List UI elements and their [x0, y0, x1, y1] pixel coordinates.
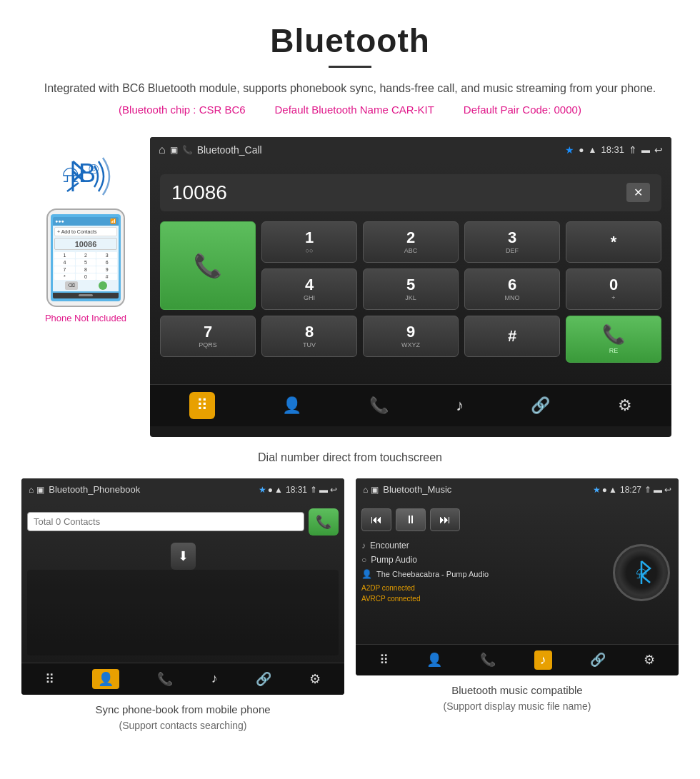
- spec-code: Default Pair Code: 0000): [464, 104, 581, 116]
- bottom-screenshots: ⌂ ▣ Bluetooth_Phonebook ★ ● ▲ 18:31 ⇑ ▬ …: [0, 478, 700, 734]
- redial-button[interactable]: 📞 RE: [566, 316, 661, 363]
- phone-not-included-label: Phone Not Included: [45, 313, 126, 323]
- dial-clock: 18:31: [601, 144, 624, 155]
- pb-time: 18:31: [286, 485, 307, 495]
- music-nav-contacts[interactable]: 👤: [426, 652, 442, 668]
- nav-settings[interactable]: ⚙: [618, 396, 632, 415]
- pb-expand-icon: ⇑: [310, 485, 317, 495]
- pb-body: 📞 ⬇: [21, 501, 344, 663]
- music-prev-button[interactable]: ⏮: [361, 508, 391, 531]
- bt-status-icon: ★: [565, 144, 574, 156]
- music-nav-music[interactable]: ♪: [534, 650, 552, 670]
- music-time: 18:27: [620, 485, 641, 495]
- phone-key-7: 7: [54, 266, 75, 273]
- key-0[interactable]: 0 +: [566, 268, 661, 310]
- nav-phone[interactable]: 📞: [369, 396, 389, 415]
- pb-search-row: 📞: [27, 508, 339, 536]
- phone-bottom-bar: ⌫: [54, 281, 117, 290]
- pb-nav-music[interactable]: ♪: [211, 671, 218, 686]
- contacts-icon: 👤: [282, 396, 301, 415]
- key-7[interactable]: 7 PQRS: [160, 316, 256, 357]
- phone-key-8: 8: [76, 266, 96, 273]
- dial-input-row: 10086 ✕: [160, 174, 661, 211]
- music-card: ⌂ ▣ Bluetooth_Music ★ ● ▲ 18:27 ⇑ ▬ ↩ ⏮ …: [356, 478, 679, 734]
- key-star[interactable]: *: [566, 221, 661, 263]
- phone-key-1: 1: [54, 252, 75, 258]
- nav-dialpad[interactable]: ⠿: [189, 392, 215, 419]
- track2-icon: ○: [361, 555, 366, 565]
- page-specs: (Bluetooth chip : CSR BC6 Default Blueto…: [43, 104, 657, 116]
- pb-statusbar: ⌂ ▣ Bluetooth_Phonebook ★ ● ▲ 18:31 ⇑ ▬ …: [21, 478, 344, 501]
- redial-icon: 📞: [602, 323, 625, 346]
- phone-display-number: 10086: [75, 240, 97, 248]
- track2-label: Pump Audio: [371, 555, 417, 565]
- pb-nav-phone[interactable]: 📞: [157, 671, 173, 687]
- music-nav-link[interactable]: 🔗: [590, 652, 606, 668]
- music-caption: Bluetooth music compatible (Support disp…: [356, 683, 679, 715]
- phone-keypad: 1 2 3 4 5 6 7 8 9 * 0 #: [54, 252, 117, 280]
- pb-call-button[interactable]: 📞: [309, 508, 339, 536]
- key-6[interactable]: 6 MNO: [464, 268, 560, 310]
- phone-mockup: ●●●📶 + Add to Contacts 10086 1 2 3 4 5 6…: [46, 208, 125, 307]
- music-nav-dialpad[interactable]: ⠿: [379, 652, 389, 668]
- nav-contacts[interactable]: 👤: [282, 396, 301, 415]
- pb-search-input[interactable]: [27, 512, 304, 531]
- home-icon: ⌂: [159, 144, 166, 156]
- key-4[interactable]: 4 GHI: [261, 268, 357, 310]
- music-app-title: Bluetooth_Music: [383, 484, 593, 495]
- pb-download-button[interactable]: ⬇: [171, 543, 196, 570]
- pb-back-icon: ↩: [330, 485, 337, 495]
- pb-app-title: Bluetooth_Phonebook: [49, 484, 259, 495]
- call-button[interactable]: 📞: [160, 221, 256, 310]
- key-5[interactable]: 5 JKL: [363, 268, 459, 310]
- key-9[interactable]: 9 WXYZ: [363, 316, 459, 357]
- pb-nav-dialpad[interactable]: ⠿: [45, 671, 54, 687]
- music-nav-settings[interactable]: ⚙: [644, 652, 655, 668]
- track3-label: The Cheebacabra - Pump Audio: [376, 570, 489, 578]
- pb-home-icon: ⌂: [29, 485, 34, 495]
- music-signal-icon: ▲: [609, 485, 617, 495]
- dial-number-display: 10086: [171, 181, 626, 204]
- music-next-button[interactable]: ⏭: [430, 508, 460, 531]
- phone-nav-icon: 📞: [369, 396, 389, 415]
- key-3[interactable]: 3 DEF: [464, 221, 560, 263]
- phone-screen-body: + Add to Contacts 10086 1 2 3 4 5 6 7 8 …: [53, 226, 119, 291]
- music-play-button[interactable]: ⏸: [396, 508, 426, 531]
- key-hash[interactable]: #: [464, 316, 560, 357]
- phone-aside: ⍾B ⦾: [29, 137, 143, 323]
- phonebook-caption: Sync phone-book from mobile phone (Suppo…: [21, 702, 344, 734]
- track3-icon: 👤: [361, 569, 372, 579]
- car-dial-screen: ⌂ ▣ 📞 Bluetooth_Call ★ ● ▲ 18:31 ⇑ ▬ ↩ 1…: [150, 137, 671, 437]
- album-art: ⍾: [613, 544, 670, 601]
- key-8[interactable]: 8 TUV: [261, 316, 357, 357]
- pb-bt-icon: ★: [259, 485, 266, 495]
- key-1[interactable]: 1 ○○: [261, 221, 357, 263]
- music-screen-icon: ▣: [371, 485, 379, 495]
- pb-dot1: ●: [268, 485, 273, 495]
- nav-link[interactable]: 🔗: [531, 396, 550, 415]
- pb-nav-contacts[interactable]: 👤: [92, 669, 119, 689]
- page-description: Integrated with BC6 Bluetooth module, su…: [43, 79, 657, 98]
- pb-nav-link[interactable]: 🔗: [256, 671, 271, 687]
- phone-call-btn: [99, 281, 107, 290]
- pb-window-icon: ▬: [319, 485, 328, 495]
- window-icon: ▬: [641, 145, 650, 155]
- music-expand-icon: ⇑: [644, 485, 651, 495]
- music-back-icon: ↩: [664, 485, 671, 495]
- music-dot1: ●: [602, 485, 607, 495]
- signal-dot2: ▲: [589, 145, 597, 155]
- music-nav-phone[interactable]: 📞: [480, 652, 496, 668]
- track1-label: Encounter: [370, 541, 409, 551]
- music-screen: ⌂ ▣ Bluetooth_Music ★ ● ▲ 18:27 ⇑ ▬ ↩ ⏮ …: [356, 478, 679, 675]
- keypad-grid: 1 ○○ 2 ABC 3 DEF * 📞: [160, 221, 661, 363]
- music-bottom-nav: ⠿ 👤 📞 ♪ 🔗 ⚙: [356, 644, 679, 675]
- nav-music[interactable]: ♪: [456, 396, 464, 415]
- dial-backspace-button[interactable]: ✕: [626, 183, 650, 202]
- phone-key-hash: #: [96, 273, 117, 280]
- phone-key-5: 5: [76, 259, 96, 266]
- pb-nav-settings[interactable]: ⚙: [309, 671, 321, 687]
- phonebook-card: ⌂ ▣ Bluetooth_Phonebook ★ ● ▲ 18:31 ⇑ ▬ …: [21, 478, 344, 734]
- key-2[interactable]: 2 ABC: [363, 221, 459, 263]
- phone-key-9: 9: [96, 266, 117, 273]
- spec-name: Default Bluetooth Name CAR-KIT: [275, 104, 434, 116]
